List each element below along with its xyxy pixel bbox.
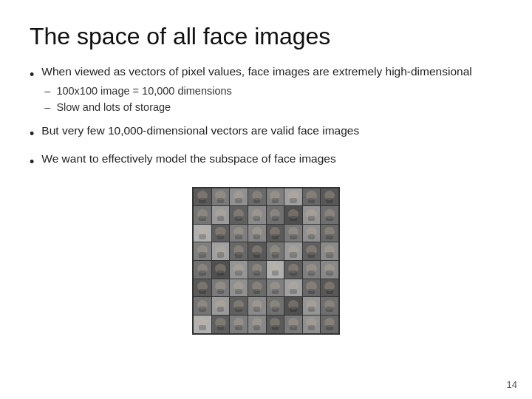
face-cell: [321, 225, 338, 242]
face-cell: [194, 206, 211, 224]
face-cell: [212, 297, 230, 315]
face-cell: [303, 279, 321, 297]
face-cell: [303, 225, 321, 242]
face-cell: [212, 206, 230, 224]
face-cell: [248, 297, 266, 315]
face-cell: [212, 261, 230, 279]
face-cell: [194, 279, 211, 297]
face-cell: [212, 225, 230, 242]
face-cell: [303, 316, 321, 333]
face-cell: [230, 316, 248, 333]
face-cell: [248, 279, 266, 297]
face-cell: [248, 225, 266, 242]
face-cell: [303, 206, 321, 224]
face-cell: [284, 225, 302, 242]
bullet-3-text: We want to effectively model the subspac…: [41, 152, 335, 165]
face-cell: [230, 297, 248, 315]
slide-number: 14: [507, 379, 517, 390]
bullet-text-2: But very few 10,000-dimensional vectors …: [41, 123, 502, 139]
bullet-text-1: When viewed as vectors of pixel values, …: [41, 64, 502, 115]
face-cell: [212, 316, 230, 333]
slide-title: The space of all face images: [30, 22, 502, 50]
face-cell: [267, 225, 284, 242]
face-cell: [284, 316, 302, 333]
face-cell: [267, 188, 284, 206]
face-cell: [284, 188, 302, 206]
face-cell: [303, 261, 321, 279]
slide: The space of all face images • When view…: [0, 0, 532, 399]
face-cell: [267, 279, 284, 297]
face-cell: [303, 297, 321, 315]
face-cell: [321, 188, 338, 206]
bullet-dot-3: •: [30, 152, 34, 171]
face-cell: [284, 206, 302, 224]
face-cell: [194, 261, 211, 279]
face-cell: [267, 242, 284, 260]
face-cell: [248, 206, 266, 224]
face-cell: [321, 206, 338, 224]
face-cell: [303, 242, 321, 260]
sub-dash-1-1: –: [44, 83, 50, 100]
face-cell: [321, 279, 338, 297]
bullet-dot-1: •: [30, 65, 34, 84]
face-cell: [194, 316, 211, 333]
face-cell: [267, 206, 284, 224]
sub-bullet-1-1-text: 100x100 image = 10,000 dimensions: [56, 83, 231, 100]
face-cell: [248, 242, 266, 260]
face-grid-container: [30, 187, 502, 335]
content-area: • When viewed as vectors of pixel values…: [30, 64, 502, 384]
face-cell: [284, 261, 302, 279]
face-cell: [321, 261, 338, 279]
face-cell: [267, 261, 284, 279]
face-cell: [230, 225, 248, 242]
face-cell: [284, 279, 302, 297]
face-cell: [194, 225, 211, 242]
sub-dash-1-2: –: [44, 100, 50, 116]
face-cell: [212, 242, 230, 260]
face-cell: [194, 297, 211, 315]
face-cell: [321, 242, 338, 260]
face-cell: [321, 316, 338, 333]
bullet-item-2: • But very few 10,000-dimensional vector…: [30, 123, 502, 143]
face-cell: [284, 242, 302, 260]
face-cell: [194, 188, 211, 206]
bullet-item-3: • We want to effectively model the subsp…: [30, 151, 502, 171]
face-cell: [267, 297, 284, 315]
face-cell: [284, 297, 302, 315]
sub-bullet-1-1: – 100x100 image = 10,000 dimensions: [44, 83, 502, 100]
bullet-item-1: • When viewed as vectors of pixel values…: [30, 64, 502, 115]
face-cell: [248, 188, 266, 206]
bullet-1-text: When viewed as vectors of pixel values, …: [41, 65, 471, 78]
bullet-dot-2: •: [30, 124, 34, 143]
face-cell: [248, 261, 266, 279]
face-cell: [303, 188, 321, 206]
face-cell: [212, 279, 230, 297]
face-cell: [321, 297, 338, 315]
face-cell: [212, 188, 230, 206]
face-grid: [192, 187, 340, 335]
face-cell: [230, 261, 248, 279]
face-cell: [230, 279, 248, 297]
bullet-2-text: But very few 10,000-dimensional vectors …: [41, 124, 359, 137]
face-cell: [194, 242, 211, 260]
face-cell: [248, 316, 266, 333]
face-cell: [230, 242, 248, 260]
sub-bullet-1-2-text: Slow and lots of storage: [56, 100, 171, 116]
face-cell: [230, 188, 248, 206]
face-cell: [267, 316, 284, 333]
face-cell: [230, 206, 248, 224]
bullet-text-3: We want to effectively model the subspac…: [41, 151, 502, 167]
sub-bullet-1-2: – Slow and lots of storage: [44, 100, 502, 116]
sub-bullets-1: – 100x100 image = 10,000 dimensions – Sl…: [44, 83, 502, 116]
